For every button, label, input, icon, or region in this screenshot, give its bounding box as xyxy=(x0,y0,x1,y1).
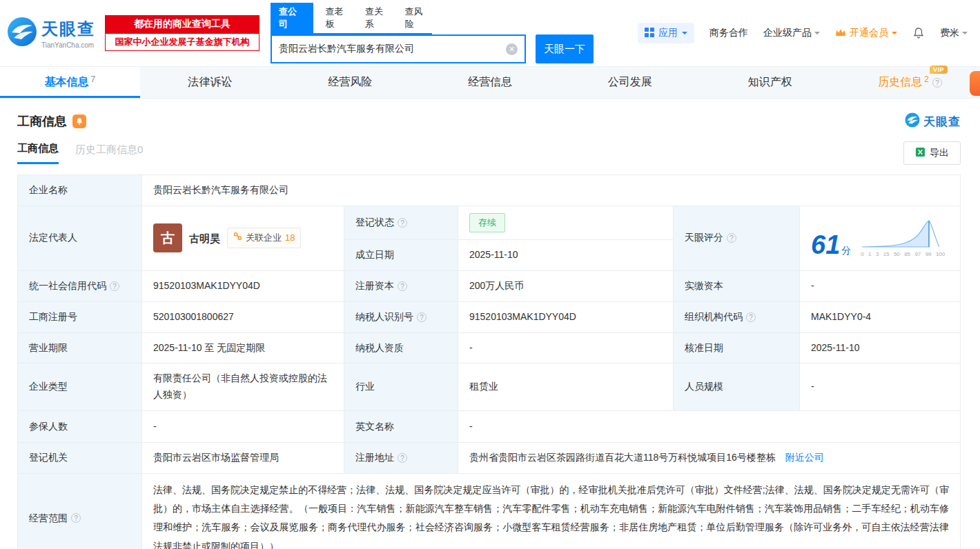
legal-rep-name[interactable]: 古明昊 xyxy=(189,230,220,248)
subtab-business-info[interactable]: 工商信息 xyxy=(17,142,59,164)
insured-count-label: 参保人数 xyxy=(18,411,142,443)
table-row: 企业名称 贵阳云岩长黔汽车服务有限公司 xyxy=(18,175,961,206)
tab-operating-info[interactable]: 经营信息 xyxy=(420,67,560,98)
side-floating-widget[interactable] xyxy=(970,71,980,96)
legal-rep-label: 法定代表人 xyxy=(18,206,142,270)
taxpayer-qual-label: 纳税人资质 xyxy=(344,332,458,363)
tab-history-info[interactable]: VIP 历史信息2 xyxy=(840,67,980,98)
tab-basic-info[interactable]: 基本信息7 xyxy=(0,67,140,98)
industry-value: 租赁业 xyxy=(458,363,674,411)
tab-development-label: 公司发展 xyxy=(608,75,652,90)
help-icon[interactable] xyxy=(398,281,407,291)
brand-slogan: 都在用的商业查询工具 国家中小企业发展子基金旗下机构 xyxy=(105,15,259,51)
tab-company-development[interactable]: 公司发展 xyxy=(560,67,700,98)
watermark-logo-icon xyxy=(905,112,920,130)
tianyancha-logo[interactable]: 天眼查 TianYanCha.com xyxy=(7,17,95,50)
chevron-down-icon xyxy=(682,32,687,37)
help-icon[interactable] xyxy=(71,513,81,523)
search-area: 查公司 查老板 查关系 查风险 天眼一下 xyxy=(271,3,594,63)
search-tab-company[interactable]: 查公司 xyxy=(271,3,313,33)
org-code-label: 组织机构代码 xyxy=(674,301,800,332)
export-label: 导出 xyxy=(930,147,949,159)
term-label: 营业期限 xyxy=(18,332,142,363)
logo-en: TianYanCha.com xyxy=(41,41,95,49)
status-badge: 存续 xyxy=(469,213,505,232)
business-scope-value: 法律、法规、国务院决定规定禁止的不得经营；法律、法规、国务院决定规定应当许可（审… xyxy=(142,473,961,549)
term-value: 2025-11-10 至 无固定期限 xyxy=(142,332,344,363)
industry-label: 行业 xyxy=(344,363,458,411)
search-row: 天眼一下 xyxy=(271,34,594,63)
search-tab-risk[interactable]: 查风险 xyxy=(404,3,433,33)
table-row: 法定代表人 古 古明昊 xyxy=(18,206,961,239)
reg-status-label: 登记状态 xyxy=(344,206,458,239)
table-row: 参保人数 - 英文名称 - xyxy=(18,411,961,443)
user-menu[interactable]: 费米 xyxy=(940,27,968,39)
org-code-value: MAK1DYY0-4 xyxy=(800,301,961,332)
english-name-label: 英文名称 xyxy=(344,411,458,443)
page-title: 工商信息 xyxy=(17,113,67,130)
help-icon[interactable] xyxy=(746,312,756,322)
search-button[interactable]: 天眼一下 xyxy=(536,34,594,63)
company-nav-tabs: 基本信息7 法律诉讼 经营风险 经营信息 公司发展 知识产权 VIP 历史信息2 xyxy=(0,66,980,99)
cooperation-label: 商务合作 xyxy=(709,27,748,39)
tab-legal-proceedings[interactable]: 法律诉讼 xyxy=(140,67,280,98)
subtab-history-business-info[interactable]: 历史工商信息0 xyxy=(75,143,143,163)
tab-history-count: 2 xyxy=(924,74,929,84)
reg-authority-label: 登记机关 xyxy=(18,443,142,474)
insured-count-value: - xyxy=(142,411,344,443)
search-tab-boss[interactable]: 查老板 xyxy=(324,3,353,33)
score-label: 天眼评分 xyxy=(674,206,800,270)
enterprise-label: 企业级产品 xyxy=(763,27,812,39)
company-name-value: 贵阳云岩长黔汽车服务有限公司 xyxy=(142,175,961,206)
logo-text: 天眼查 TianYanCha.com xyxy=(41,18,95,49)
company-name-label: 企业名称 xyxy=(18,175,142,206)
chevron-down-icon xyxy=(892,32,897,37)
uscc-label: 统一社会信用代码 xyxy=(18,270,142,301)
table-row: 经营范围 法律、法规、国务院决定规定禁止的不得经营；法律、法规、国务院决定规定应… xyxy=(18,473,961,549)
tab-operating-risk[interactable]: 经营风险 xyxy=(280,67,420,98)
export-button[interactable]: 导出 xyxy=(903,141,961,165)
english-name-value: - xyxy=(458,411,961,443)
chevron-down-icon xyxy=(814,32,820,37)
approval-date-value: 2025-11-10 xyxy=(800,332,961,363)
username-label: 费米 xyxy=(940,27,959,39)
search-tab-relation[interactable]: 查关系 xyxy=(364,3,393,33)
help-icon[interactable] xyxy=(727,233,736,243)
score-cell: 61分 0131550859799100 xyxy=(800,206,961,270)
clear-search-icon[interactable] xyxy=(506,43,518,55)
nearby-companies-link[interactable]: 附近公司 xyxy=(785,452,824,463)
search-box[interactable] xyxy=(271,34,526,63)
legal-rep-cell: 古 古明昊 关联企业 xyxy=(142,206,344,270)
help-icon[interactable] xyxy=(398,453,407,463)
help-icon[interactable] xyxy=(110,281,119,291)
open-vip-button[interactable]: 开通会员 xyxy=(835,27,897,39)
reg-status-value: 存续 xyxy=(458,206,674,239)
section-header: 工商信息 天眼查 xyxy=(0,99,980,130)
watermark-text: 天眼查 xyxy=(923,114,961,130)
tianyancha-watermark: 天眼查 xyxy=(905,112,961,130)
help-icon[interactable] xyxy=(398,218,407,228)
nav-cooperation[interactable]: 商务合作 xyxy=(709,27,748,39)
site-header: 天眼查 TianYanCha.com 都在用的商业查询工具 国家中小企业发展子基… xyxy=(0,0,980,66)
slogan-line-2: 国家中小企业发展子基金旗下机构 xyxy=(105,33,259,51)
score-value: 61 xyxy=(811,230,840,259)
staff-size-value: - xyxy=(800,363,961,411)
top-right-nav: 应用 商务合作 企业级产品 开通会员 xyxy=(638,23,968,43)
notifications-bell-icon[interactable] xyxy=(912,27,925,39)
excel-icon xyxy=(915,147,925,159)
paid-capital-value: - xyxy=(800,270,961,301)
nav-enterprise-products[interactable]: 企业级产品 xyxy=(763,27,820,39)
related-companies-badge[interactable]: 关联企业 18 xyxy=(227,228,301,248)
help-icon[interactable] xyxy=(417,312,427,322)
vip-badge: VIP xyxy=(930,66,948,74)
search-input[interactable] xyxy=(279,43,506,54)
approval-date-label: 核准日期 xyxy=(674,332,800,363)
score-chart: 0131550859799100 xyxy=(861,217,945,259)
table-row: 工商注册号 520103001800627 纳税人识别号 91520103MAK… xyxy=(18,301,961,332)
apps-menu[interactable]: 应用 xyxy=(638,23,694,43)
table-row: 统一社会信用代码 91520103MAK1DYY04D 注册资本 200万人民币… xyxy=(18,270,961,301)
legal-rep-avatar[interactable]: 古 xyxy=(153,223,182,252)
subscribe-bell-icon[interactable] xyxy=(72,114,86,128)
help-icon[interactable] xyxy=(932,78,942,88)
tab-intellectual-property[interactable]: 知识产权 xyxy=(700,67,840,98)
